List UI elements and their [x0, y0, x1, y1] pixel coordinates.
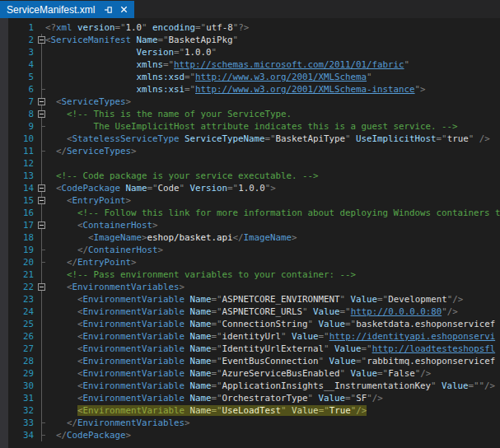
tab-servicemanifest[interactable]: ServiceManifest.xml — [0, 1, 134, 18]
code-line[interactable]: 31 <EnvironmentVariable Name="Orchestrat… — [0, 392, 500, 404]
fold-margin — [38, 244, 45, 256]
code-text: <EnvironmentVariable Name="ApplicationIn… — [45, 380, 500, 392]
code-line[interactable]: 27 <EnvironmentVariable Name="IdentityUr… — [0, 343, 500, 355]
code-text: <ContainerHost> — [45, 219, 500, 231]
code-line[interactable]: 14 <CodePackage Name="Code" Version="1.0… — [0, 182, 500, 194]
fold-margin — [38, 58, 45, 71]
code-text: <EnvironmentVariable Name="AzureServiceB… — [45, 367, 500, 380]
code-text: <EnvironmentVariable Name="IdentityUrlEx… — [45, 343, 500, 355]
code-text: <EnvironmentVariable Name="ConnectionStr… — [45, 318, 500, 330]
code-line[interactable]: 3 Version="1.0.0" — [0, 46, 500, 58]
tab-title: ServiceManifest.xml — [7, 4, 98, 16]
fold-margin — [38, 417, 45, 429]
code-line[interactable]: 8 <!-- This is the name of your ServiceT… — [0, 108, 500, 120]
fold-margin — [38, 182, 45, 194]
editor-window: ServiceManifest.xml 1<?xml version="1.0"… — [0, 0, 500, 448]
fold-margin — [38, 170, 45, 182]
code-line[interactable]: 17 <ContainerHost> — [0, 219, 500, 231]
fold-margin — [38, 306, 45, 318]
fold-margin — [38, 367, 45, 380]
code-line[interactable]: 15 <EntryPoint> — [0, 194, 500, 207]
fold-margin — [38, 380, 45, 392]
fold-margin — [38, 34, 45, 46]
code-line[interactable]: 7 <ServiceTypes> — [0, 96, 500, 108]
fold-margin — [38, 429, 45, 441]
fold-margin — [38, 194, 45, 207]
close-icon[interactable] — [119, 4, 129, 15]
code-text: <ServiceTypes> — [45, 96, 500, 108]
code-text: <EnvironmentVariable Name="identityUrl" … — [45, 330, 500, 343]
code-text: <EnvironmentVariable Name="UseLoadTest" … — [45, 404, 500, 417]
code-line[interactable]: 2<ServiceManifest Name="BasketApiPkg" — [0, 34, 500, 46]
code-text: <EnvironmentVariables> — [45, 281, 500, 293]
fold-margin — [38, 46, 45, 58]
code-text: </EnvironmentVariables> — [45, 417, 500, 429]
code-line[interactable]: 11 </ServiceTypes> — [0, 145, 500, 157]
code-line[interactable]: 25 <EnvironmentVariable Name="Connection… — [0, 318, 500, 330]
highlight-marker: <EnvironmentVariable Name="UseLoadTest" … — [77, 405, 367, 416]
code-line[interactable]: 23 <EnvironmentVariable Name="ASPNETCORE… — [0, 293, 500, 306]
code-text: <CodePackage Name="Code" Version="1.0.0"… — [45, 182, 500, 194]
code-line[interactable]: 34 </CodePackage> — [0, 429, 500, 441]
code-text: <EnvironmentVariable Name="OrchestratorT… — [45, 392, 500, 404]
fold-margin — [38, 343, 45, 355]
code-line[interactable]: 18 <ImageName>eshop/basket.api</ImageNam… — [0, 231, 500, 244]
fold-collapse-button[interactable] — [38, 110, 45, 118]
code-text: <!-- Follow this link for more informati… — [45, 207, 500, 219]
code-text: <!-- Code package is your service execut… — [45, 170, 500, 182]
fold-collapse-button[interactable] — [38, 197, 45, 204]
fold-margin — [38, 231, 45, 244]
code-text: <StatelessServiceType ServiceTypeName="B… — [45, 133, 500, 145]
fold-collapse-button[interactable] — [38, 222, 45, 229]
code-line[interactable]: 19 </ContainerHost> — [0, 244, 500, 256]
fold-margin — [38, 330, 45, 343]
code-line[interactable]: 30 <EnvironmentVariable Name="Applicatio… — [0, 380, 500, 392]
fold-margin — [38, 96, 45, 108]
code-text: <!-- Pass environment variables to your … — [45, 268, 500, 281]
code-line[interactable]: 33 </EnvironmentVariables> — [0, 417, 500, 429]
fold-margin — [38, 219, 45, 231]
code-line[interactable]: 1<?xml version="1.0" encoding="utf-8"?> — [0, 21, 500, 34]
fold-collapse-button[interactable] — [38, 283, 45, 291]
code-line[interactable]: 9 The UseImplicitHost attribute indicate… — [0, 120, 500, 133]
code-line[interactable]: 5 xmlns:xsd="http://www.w3.org/2001/XMLS… — [0, 71, 500, 83]
code-line[interactable]: 32 <EnvironmentVariable Name="UseLoadTes… — [0, 404, 500, 417]
code-text: <?xml version="1.0" encoding="utf-8"?> — [45, 21, 500, 34]
fold-collapse-button[interactable] — [38, 36, 45, 44]
fold-margin — [38, 21, 45, 34]
fold-collapse-button[interactable] — [38, 184, 45, 192]
code-line[interactable]: 4 xmlns="http://schemas.microsoft.com/20… — [0, 58, 500, 71]
code-editor: 1<?xml version="1.0" encoding="utf-8"?>2… — [0, 18, 500, 448]
code-line[interactable]: 10 <StatelessServiceType ServiceTypeName… — [0, 133, 500, 145]
code-text: xmlns:xsi="http://www.w3.org/2001/XMLSch… — [45, 83, 500, 96]
pin-icon[interactable] — [103, 4, 114, 15]
fold-margin — [38, 120, 45, 133]
code-text — [45, 157, 500, 170]
code-line[interactable]: 20 </EntryPoint> — [0, 256, 500, 268]
code-line[interactable]: 24 <EnvironmentVariable Name="ASPNETCORE… — [0, 306, 500, 318]
code-line[interactable]: 26 <EnvironmentVariable Name="identityUr… — [0, 330, 500, 343]
fold-margin — [38, 71, 45, 83]
code-line[interactable]: 22 <EnvironmentVariables> — [0, 281, 500, 293]
code-text: Version="1.0.0" — [45, 46, 500, 58]
code-line[interactable]: 12 — [0, 157, 500, 170]
code-text: </EntryPoint> — [45, 256, 500, 268]
code-line[interactable]: 29 <EnvironmentVariable Name="AzureServi… — [0, 367, 500, 380]
code-line[interactable]: 13 <!-- Code package is your service exe… — [0, 170, 500, 182]
fold-margin — [38, 157, 45, 170]
code-text: </ContainerHost> — [45, 244, 500, 256]
code-text: </ServiceTypes> — [45, 145, 500, 157]
fold-collapse-button[interactable] — [38, 98, 45, 105]
code-line[interactable]: 6 xmlns:xsi="http://www.w3.org/2001/XMLS… — [0, 83, 500, 96]
indicator-margin — [0, 18, 8, 448]
code-text: <EnvironmentVariable Name="ASPNETCORE_EN… — [45, 293, 500, 306]
fold-margin — [38, 355, 45, 367]
code-line[interactable]: 28 <EnvironmentVariable Name="EventBusCo… — [0, 355, 500, 367]
code-line[interactable]: 21 <!-- Pass environment variables to yo… — [0, 268, 500, 281]
code-text: <EnvironmentVariable Name="ASPNETCORE_UR… — [45, 306, 500, 318]
code-text: xmlns:xsd="http://www.w3.org/2001/XMLSch… — [45, 71, 500, 83]
code-text: <EntryPoint> — [45, 194, 500, 207]
code-line[interactable]: 16 <!-- Follow this link for more inform… — [0, 207, 500, 219]
fold-margin — [38, 268, 45, 281]
code-text: <ServiceManifest Name="BasketApiPkg" — [45, 34, 500, 46]
